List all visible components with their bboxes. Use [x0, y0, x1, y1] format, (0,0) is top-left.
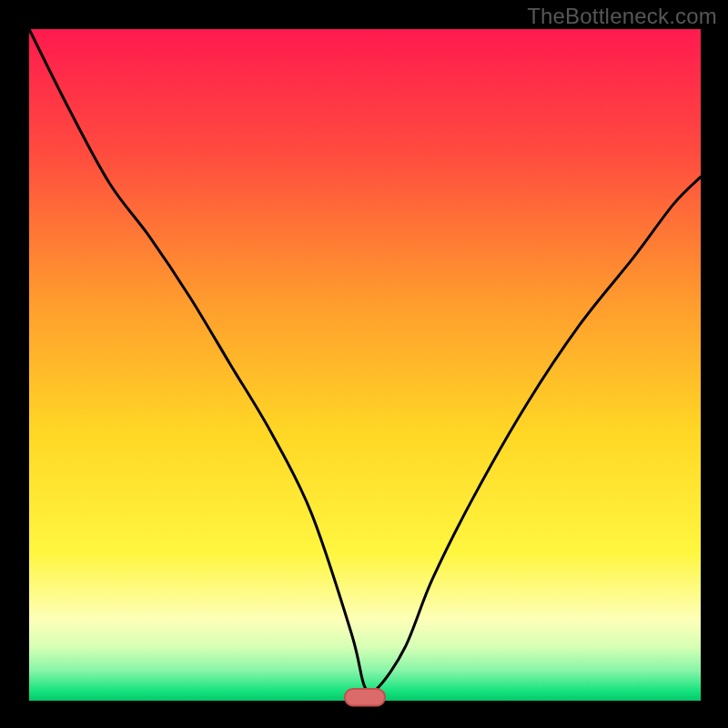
bottleneck-chart: [0, 0, 728, 728]
optimal-marker: [345, 689, 385, 705]
plot-background: [29, 29, 701, 701]
chart-frame: { "watermark": "TheBottleneck.com", "cha…: [0, 0, 728, 728]
watermark-text: TheBottleneck.com: [527, 4, 717, 29]
